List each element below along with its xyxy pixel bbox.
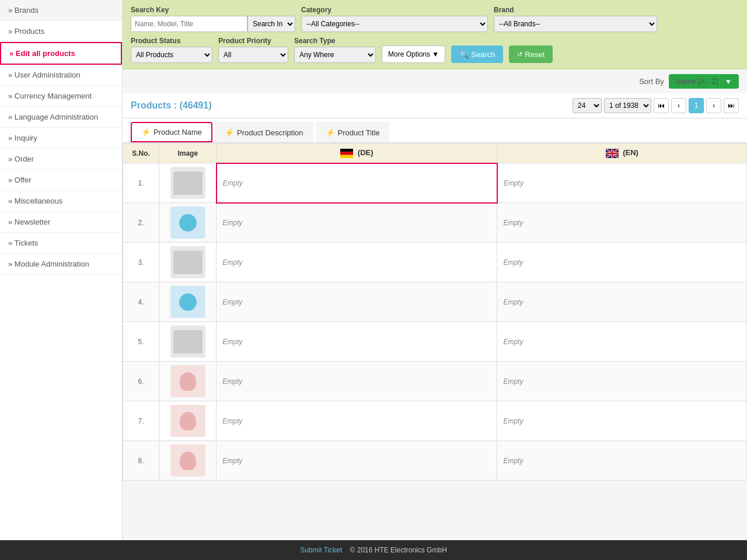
last-page-button[interactable]: ⏭ [724, 98, 739, 113]
sort-bar: Sort By Name [A - Z] ▼ [123, 69, 747, 93]
row-de-value-4[interactable]: Empty [217, 282, 497, 322]
row-de-value-1[interactable]: Empty [217, 163, 497, 203]
footer: Submit Ticket © 2016 HTE Electronics Gmb… [0, 540, 747, 560]
sidebar-item-order[interactable]: » Order [0, 149, 122, 170]
table-row: 4. Empty Empty [123, 282, 747, 322]
de-flag-icon [340, 149, 353, 158]
row-sno-2: 2. [123, 203, 159, 243]
row-en-value-8[interactable]: Empty [497, 441, 747, 481]
reset-button-group: ↺ Reset [509, 46, 553, 63]
more-options-group: More Options ▼ [382, 46, 445, 63]
col-header-en: (EN) [497, 144, 747, 163]
table-row: 6. Empty Empty [123, 362, 747, 401]
data-table: S.No. Image (DE) [123, 143, 747, 481]
product-status-select[interactable]: All Products Active Inactive [131, 47, 212, 63]
submit-ticket-link[interactable]: Submit Ticket [300, 546, 342, 554]
row-image-8 [159, 441, 217, 481]
search-key-label: Search Key [131, 6, 295, 14]
reset-button[interactable]: ↺ Reset [509, 46, 553, 63]
row-en-value-7[interactable]: Empty [497, 401, 747, 441]
pagination: 24 48 96 1 of 1938 ⏮ ‹ 1 › ⏭ [573, 98, 739, 113]
row-image-7 [159, 401, 217, 441]
tab-product-description[interactable]: ⚡ Product Description [215, 122, 313, 142]
search-type-group: Search Type Any Where Exact Match Start … [294, 37, 376, 63]
sidebar-item-offer[interactable]: » Offer [0, 170, 122, 191]
svg-rect-0 [340, 149, 353, 152]
search-key-input[interactable] [131, 16, 247, 32]
sidebar-item-newsletter[interactable]: » Newsletter [0, 212, 122, 233]
row-sno-4: 4. [123, 282, 159, 322]
sidebar: » Brands » Products » Edit all products … [0, 0, 123, 540]
product-priority-group: Product Priority All High Medium Low [218, 37, 288, 63]
tab-product-name[interactable]: ⚡ Product Name [131, 122, 212, 142]
per-page-select[interactable]: 24 48 96 [573, 98, 602, 113]
category-select[interactable]: --All Categories-- [301, 16, 488, 32]
lightning-icon-3: ⚡ [326, 128, 335, 137]
next-page-button[interactable]: › [706, 98, 721, 113]
table-row: 2. Empty Empty [123, 203, 747, 243]
row-image-1 [159, 163, 217, 203]
sidebar-item-products[interactable]: » Products [0, 21, 122, 42]
brand-group: Brand --All Brands-- [494, 6, 657, 32]
products-count: Products : (46491) [131, 100, 212, 111]
row-de-value-2[interactable]: Empty [217, 203, 497, 243]
sidebar-item-module-administration[interactable]: » Module Administration [0, 254, 122, 275]
lightning-icon-1: ⚡ [141, 128, 151, 136]
row-image-4 [159, 282, 217, 322]
product-priority-label: Product Priority [218, 37, 288, 45]
search-icon: 🔍 [459, 50, 469, 59]
row-en-value-5[interactable]: Empty [497, 322, 747, 362]
row-de-value-8[interactable]: Empty [217, 441, 497, 481]
lightning-icon-2: ⚡ [225, 128, 234, 137]
row-en-value-3[interactable]: Empty [497, 243, 747, 282]
row-image-5 [159, 322, 217, 362]
brand-select[interactable]: --All Brands-- [494, 16, 657, 32]
sidebar-item-inquiry[interactable]: » Inquiry [0, 128, 122, 149]
search-key-input-group: Search In [131, 16, 295, 32]
search-type-label: Search Type [294, 37, 376, 45]
current-page-number: 1 [689, 98, 704, 113]
row-de-value-5[interactable]: Empty [217, 322, 497, 362]
search-panel: Search Key Search In Category --All Cate… [123, 0, 747, 69]
tab-product-title[interactable]: ⚡ Product Title [316, 122, 390, 142]
row-en-value-2[interactable]: Empty [497, 203, 747, 243]
row-de-value-3[interactable]: Empty [217, 243, 497, 282]
col-header-image: Image [159, 144, 217, 163]
category-group: Category --All Categories-- [301, 6, 488, 32]
table-row: 1. Empty Empty [123, 163, 747, 203]
table-row: 5. Empty Empty [123, 322, 747, 362]
row-en-value-4[interactable]: Empty [497, 282, 747, 322]
sidebar-item-miscellaneous[interactable]: » Miscellaneous [0, 191, 122, 212]
search-key-group: Search Key Search In [131, 6, 295, 32]
search-type-select[interactable]: Any Where Exact Match Start With [294, 47, 376, 63]
row-sno-6: 6. [123, 362, 159, 401]
copyright: © 2016 HTE Electronics GmbH [350, 546, 447, 554]
app-layout: » Brands » Products » Edit all products … [0, 0, 747, 560]
search-in-select[interactable]: Search In [247, 16, 295, 32]
products-header: Products : (46491) 24 48 96 1 of 1938 ⏮ … [123, 93, 747, 118]
sidebar-item-user-administration[interactable]: » User Administration [0, 65, 122, 86]
row-de-value-6[interactable]: Empty [217, 362, 497, 401]
sidebar-item-tickets[interactable]: » Tickets [0, 233, 122, 254]
row-sno-5: 5. [123, 322, 159, 362]
sidebar-item-language-administration[interactable]: » Language Administration [0, 107, 122, 128]
search-button[interactable]: 🔍 Search [451, 46, 503, 63]
sort-button[interactable]: Name [A - Z] ▼ [669, 74, 739, 89]
product-priority-select[interactable]: All High Medium Low [218, 47, 288, 63]
col-header-de: (DE) [217, 144, 497, 163]
prev-page-button[interactable]: ‹ [671, 98, 686, 113]
main-wrapper: » Brands » Products » Edit all products … [0, 0, 747, 540]
page-select[interactable]: 1 of 1938 [604, 98, 651, 113]
sidebar-item-brands[interactable]: » Brands [0, 0, 122, 21]
sidebar-item-currency-management[interactable]: » Currency Management [0, 86, 122, 107]
row-en-value-1[interactable]: Empty [497, 163, 747, 203]
row-de-value-7[interactable]: Empty [217, 401, 497, 441]
first-page-button[interactable]: ⏮ [654, 98, 669, 113]
more-options-button[interactable]: More Options ▼ [382, 46, 445, 63]
en-flag-icon [606, 149, 619, 158]
row-en-value-6[interactable]: Empty [497, 362, 747, 401]
row-sno-8: 8. [123, 441, 159, 481]
search-button-group: 🔍 Search [451, 46, 503, 63]
sidebar-item-edit-all-products[interactable]: » Edit all products [0, 42, 122, 65]
row-sno-1: 1. [123, 163, 159, 203]
